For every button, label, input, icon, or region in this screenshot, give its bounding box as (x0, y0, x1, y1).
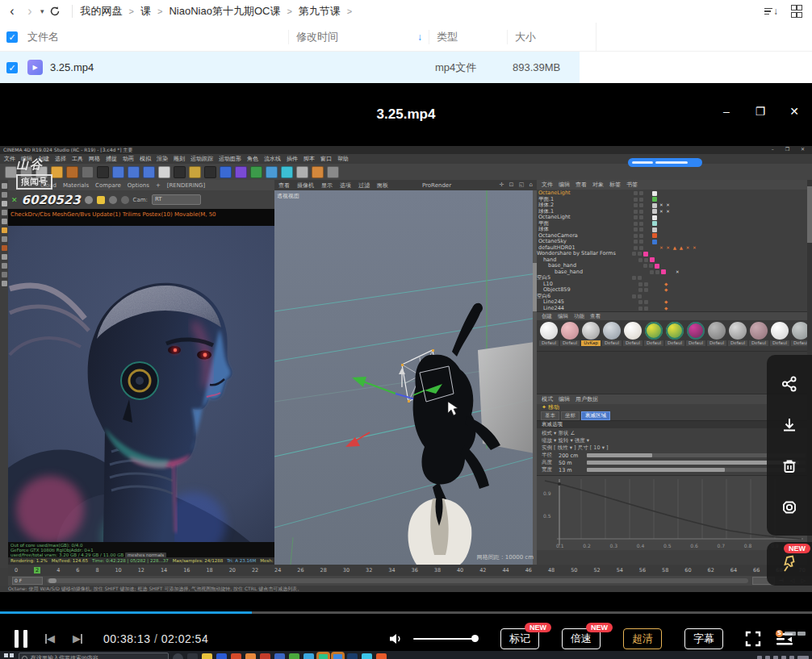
mark-button[interactable]: 标记 NEW (500, 628, 539, 649)
c4d-tool-icon[interactable] (174, 166, 186, 178)
download-icon[interactable] (779, 415, 800, 436)
breadcrumb-item[interactable]: 我的网盘 (81, 4, 123, 19)
live-viewer-menu-item[interactable]: Materials (63, 182, 89, 189)
c4d-tool-icon[interactable] (189, 166, 201, 178)
next-button[interactable]: ▶ (73, 632, 82, 644)
timeline-frame[interactable]: 30 (343, 567, 349, 573)
object-tree-row[interactable]: 平面.1 (537, 197, 812, 203)
object-tree-row[interactable]: OctaneLight (537, 190, 812, 197)
c4d-tool-icon[interactable] (143, 166, 155, 178)
c4d-viewport[interactable]: 查看摄像机显示选项过滤面板 ProRender ✛ ⊡ ◱ ⌂ 透视视图 (274, 180, 537, 565)
timeline-frame[interactable]: 58 (662, 567, 668, 573)
c4d-side-tool-icon[interactable] (2, 263, 7, 269)
fullscreen-icon[interactable] (744, 630, 762, 648)
material-swatch[interactable]: Defaul (644, 322, 663, 351)
column-type[interactable]: 类型 (429, 30, 507, 44)
material-menu-item[interactable]: 查看 (590, 313, 601, 320)
c4d-tool-icon[interactable] (204, 166, 216, 178)
c4d-tool-icon[interactable] (5, 166, 17, 178)
timeline-frame[interactable]: 62 (708, 567, 714, 573)
object-tree-row[interactable]: 空白5 (537, 275, 812, 282)
live-viewer-menu-item[interactable]: + (156, 182, 161, 189)
timeline-frame[interactable]: 26 (297, 567, 303, 573)
pick-icon[interactable] (121, 196, 129, 204)
c4d-side-tool-icon[interactable] (2, 183, 7, 189)
timeline-frame[interactable]: 42 (479, 567, 486, 573)
file-name[interactable]: 3.25.mp4 (50, 61, 94, 73)
subtitle-button[interactable]: 字幕 (684, 628, 723, 649)
object-tree-row[interactable]: 平面 (537, 221, 812, 227)
timeline-groove[interactable] (47, 578, 748, 583)
object-manager-menu-item[interactable]: 对象 (592, 181, 604, 189)
column-size[interactable]: 大小 (507, 30, 596, 44)
timeline-frame[interactable]: 14 (161, 567, 167, 573)
viewport-menu-item[interactable]: 过滤 (358, 181, 370, 190)
frame-field[interactable]: 0 F (12, 577, 43, 585)
column-name[interactable]: 文件名 (27, 30, 59, 44)
object-tree-row[interactable]: defaultHDR01 ✕ ✕ ▲ ▲ ✕ ✕ (537, 245, 812, 252)
object-tree-row[interactable]: 球体 (537, 227, 812, 233)
c4d-menu-item[interactable]: 窗口 (320, 155, 332, 163)
attribute-tab[interactable]: 坐标 (561, 411, 580, 420)
object-tree-row[interactable]: OctaneLight (537, 215, 812, 221)
c4d-tool-icon[interactable] (266, 166, 278, 178)
c4d-menu-item[interactable]: 选择 (55, 155, 66, 163)
c4d-tool-icon[interactable] (51, 166, 63, 178)
c4d-menu-item[interactable]: 插件 (287, 155, 298, 163)
timeline-frame[interactable]: 46 (525, 567, 532, 573)
c4d-menu-item[interactable]: 帮助 (337, 155, 349, 163)
material-swatch[interactable]: Defaul (665, 322, 684, 351)
grid-view-icon[interactable] (791, 5, 801, 18)
timeline-frame[interactable]: 8 (95, 567, 98, 573)
live-viewer-menu-item[interactable]: Compare (95, 182, 121, 189)
timeline-frame[interactable]: 48 (548, 567, 555, 573)
object-tree-row[interactable]: base_hand (537, 263, 812, 269)
c4d-menu-item[interactable]: 运动图形 (219, 155, 241, 163)
object-tree-row[interactable]: OctaneCamera (537, 233, 812, 240)
video-frame-c4d[interactable]: CINEMA 4D R19.024 Studio (RC - R19) - [3… (0, 146, 812, 592)
object-tree-row[interactable]: Line244 ◆ (537, 306, 812, 312)
material-swatch[interactable]: Defaul (707, 322, 726, 351)
viewport-menu-item[interactable]: 摄像机 (297, 181, 314, 190)
object-manager-menu-item[interactable]: 标签 (609, 181, 621, 189)
object-tree-row[interactable]: OctaneSky (537, 239, 812, 245)
material-menu-item[interactable]: 创建 (542, 313, 552, 320)
viewport-menu-item[interactable]: 面板 (377, 181, 388, 190)
file-row[interactable]: ✓ ▶ 3.25.mp4 mp4文件 893.39MB (0, 52, 812, 83)
timeline-frame[interactable]: 36 (412, 567, 418, 573)
timeline-frame[interactable]: 64 (730, 567, 737, 573)
c4d-menu-item[interactable]: 运动跟踪 (190, 155, 213, 163)
timeline-frame[interactable]: 44 (502, 567, 509, 573)
c4d-menu-item[interactable]: 工具 (72, 155, 83, 163)
c4d-side-tool-icon[interactable] (2, 281, 7, 286)
c4d-menu-item[interactable]: 脚本 (303, 155, 315, 163)
object-manager-menu-item[interactable]: 查看 (576, 181, 587, 189)
attribute-menu-item[interactable]: 用户数据 (576, 395, 598, 403)
c4d-side-tool-icon[interactable] (2, 236, 7, 242)
timeline-frame[interactable]: 12 (138, 567, 144, 573)
breadcrumb-item[interactable]: 课 (140, 4, 151, 19)
timeline-frame[interactable]: 0 (15, 567, 18, 573)
material-swatch[interactable]: Defaul (749, 322, 768, 351)
c4d-side-tool-icon[interactable] (2, 227, 7, 233)
material-swatch[interactable]: UvKap (581, 322, 601, 351)
c4d-menu-item[interactable]: 流水线 (264, 155, 281, 163)
c4d-side-tool-icon[interactable] (2, 210, 7, 215)
forward-icon[interactable]: › (21, 2, 39, 20)
timeline-frame[interactable]: 10 (115, 567, 121, 573)
camera-dropdown[interactable]: RT (152, 194, 201, 205)
timeline-frame[interactable]: 50 (571, 567, 577, 573)
timeline-frame[interactable]: 24 (274, 567, 281, 573)
object-tree-row[interactable]: 球体.2 ✕ ✕ (537, 202, 812, 209)
c4d-tool-icon[interactable] (82, 166, 94, 178)
object-tree-row[interactable]: 球体.1 ✕ ✕ (537, 209, 812, 215)
timeline-frame[interactable]: 4 (57, 567, 60, 573)
timeline-frame[interactable]: 60 (684, 567, 691, 573)
c4d-menu-item[interactable]: 模拟 (140, 155, 151, 163)
timeline-frame[interactable]: 18 (206, 567, 212, 573)
object-tree-row[interactable]: base_hand ✕ (537, 269, 812, 276)
viewport-menu-item[interactable]: 显示 (321, 181, 333, 190)
minimize-icon[interactable]: – (720, 105, 733, 118)
lock-icon[interactable] (97, 196, 105, 204)
c4d-tool-icon[interactable] (250, 166, 262, 178)
